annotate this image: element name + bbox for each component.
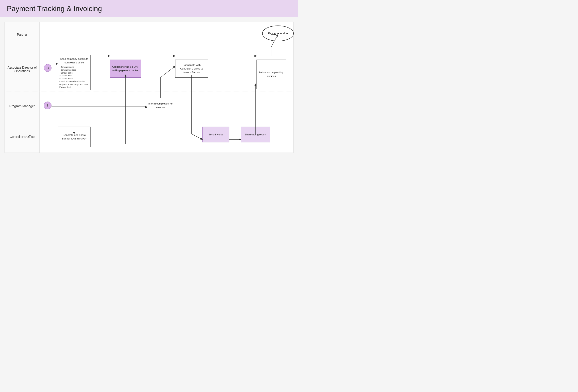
swimlane-partner: Partner Pay amount due: [5, 22, 293, 47]
diagram-container: Partner Pay amount due Associate Directo…: [4, 22, 293, 153]
lane-content-assoc-director: B Send company details to controller's o…: [40, 47, 293, 91]
swimlane-assoc-director: Associate Director of Operations B Send …: [5, 47, 293, 91]
send-invoice-box: Send invoice: [202, 127, 229, 142]
badge-b: B: [44, 64, 51, 72]
generate-share-box: Generate and share Banner ID and FOAP: [58, 127, 91, 147]
lane-label-program-manager: Program Manager: [5, 91, 40, 121]
pay-amount-oval: Pay amount due: [262, 26, 294, 41]
share-aging-box: Share aging report: [241, 127, 270, 142]
swimlane-program-manager: Program Manager I Inform completion for …: [5, 91, 293, 121]
inform-completion-box: Inform completion for session: [146, 97, 175, 114]
follow-up-box: Follow up on pending invoices: [256, 60, 286, 89]
lane-label-assoc-director: Associate Director of Operations: [5, 47, 40, 91]
lane-content-program-manager: I Inform completion for session: [40, 91, 293, 121]
lane-label-controllers-office: Controller's Office: [5, 121, 40, 153]
swimlane-controllers-office: Controller's Office Generate and share B…: [5, 121, 293, 153]
page-title: Payment Tracking & Invoicing: [7, 4, 291, 13]
badge-i: I: [44, 102, 51, 109]
company-details-notes: - Company name - Company address - Conta…: [59, 66, 89, 89]
add-banner-box: Add Banner ID & FOAP to Engagement track…: [110, 60, 141, 78]
lane-content-partner: Pay amount due: [40, 22, 293, 47]
lane-label-partner: Partner: [5, 22, 40, 47]
page-header: Payment Tracking & Invoicing: [0, 0, 298, 17]
coordinate-box: Coordinate with Controller's office to i…: [175, 60, 208, 78]
swimlanes-wrapper: Partner Pay amount due Associate Directo…: [5, 22, 293, 153]
lane-content-controllers-office: Generate and share Banner ID and FOAP Se…: [40, 121, 293, 153]
send-company-details-box: Send company details to controller's off…: [58, 55, 91, 90]
